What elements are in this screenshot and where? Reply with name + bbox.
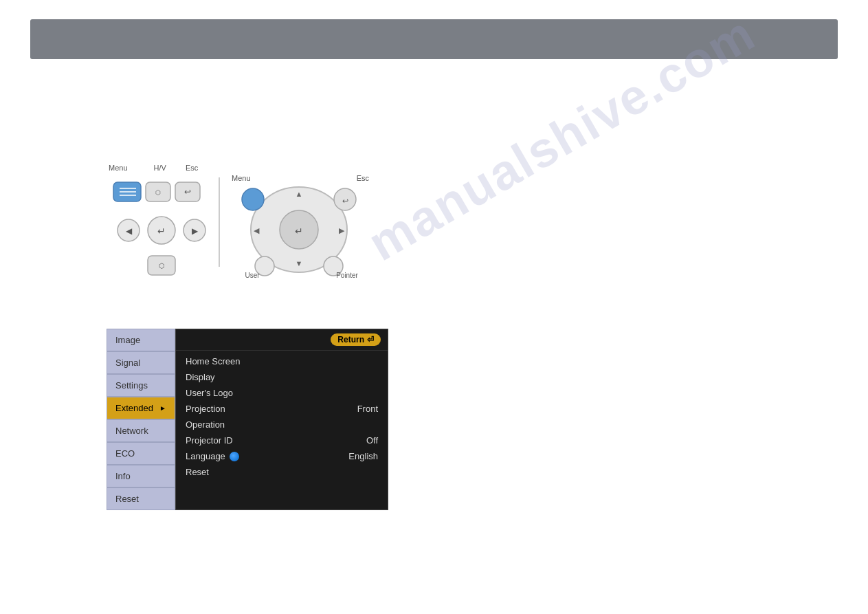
svg-text:↩: ↩ [184, 187, 191, 197]
reset-label: Reset [186, 467, 209, 477]
menu-panel-items: Home Screen Display User's Logo Projecti… [176, 351, 388, 483]
language-value: English [348, 451, 378, 461]
projection-label: Projection [186, 404, 225, 414]
menu-row-display[interactable]: Display [176, 369, 388, 385]
top-bar [30, 19, 838, 59]
svg-text:⬡: ⬡ [155, 189, 161, 196]
menu-row-operation[interactable]: Operation [176, 417, 388, 432]
sidebar-item-network[interactable]: Network [107, 419, 175, 442]
label-esc: Esc [186, 164, 198, 172]
svg-text:↵: ↵ [157, 226, 166, 237]
svg-text:◀: ◀ [126, 226, 133, 236]
projectorid-label: Projector ID [186, 435, 233, 446]
return-icon: ⏎ [367, 335, 374, 344]
language-label: Language [186, 451, 239, 461]
svg-text:Pointer: Pointer [336, 272, 358, 279]
projectorid-value: Off [366, 435, 378, 446]
menu-row-reset[interactable]: Reset [176, 464, 388, 480]
label-hv: H/V [154, 164, 166, 172]
menu-row-homescreen[interactable]: Home Screen [176, 353, 388, 369]
remote-simple: ⬡ ↩ ◀ ↵ ▶ ⬡ [107, 175, 213, 285]
svg-text:User: User [245, 272, 260, 279]
svg-text:↵: ↵ [295, 226, 303, 237]
sidebar-item-extended-label: Extended [115, 403, 153, 413]
operation-label: Operation [186, 419, 225, 430]
svg-text:▶: ▶ [192, 226, 199, 236]
remote-circular: ↵ ↩ ▲ ▼ ◀ ▶ User Pointer [227, 180, 371, 283]
menu-row-userslogo[interactable]: User's Logo [176, 385, 388, 401]
return-label: Return [337, 335, 364, 344]
menu-row-projection[interactable]: Projection Front [176, 401, 388, 417]
svg-text:▼: ▼ [296, 259, 303, 267]
sidebar-item-signal[interactable]: Signal [107, 351, 175, 374]
remote-divider [219, 177, 220, 267]
sidebar-item-extended[interactable]: Extended ► [107, 397, 175, 419]
sidebar-item-eco[interactable]: ECO [107, 442, 175, 465]
label-menu: Menu [109, 164, 128, 172]
sidebar-item-settings[interactable]: Settings [107, 374, 175, 397]
svg-text:▶: ▶ [339, 226, 345, 234]
display-label: Display [186, 372, 215, 382]
menu-panel-header: Return ⏎ [176, 329, 388, 351]
extended-arrow-icon: ► [159, 404, 166, 412]
menu-container: Image Signal Settings Extended ► Network… [107, 329, 388, 510]
svg-text:◀: ◀ [254, 226, 260, 234]
globe-icon [230, 452, 239, 461]
menu-row-projectorid[interactable]: Projector ID Off [176, 432, 388, 448]
userslogo-label: User's Logo [186, 388, 233, 398]
sidebar-item-reset[interactable]: Reset [107, 487, 175, 510]
svg-point-19 [242, 188, 264, 210]
sidebar-item-info[interactable]: Info [107, 465, 175, 487]
svg-text:↩: ↩ [342, 197, 348, 205]
sidebar-item-image[interactable]: Image [107, 329, 175, 351]
homescreen-label: Home Screen [186, 356, 240, 366]
menu-panel: Return ⏎ Home Screen Display User's Logo… [175, 329, 388, 510]
svg-text:⬡: ⬡ [159, 262, 165, 270]
svg-text:▲: ▲ [296, 190, 303, 198]
menu-sidebar: Image Signal Settings Extended ► Network… [107, 329, 175, 510]
return-badge[interactable]: Return ⏎ [331, 333, 381, 346]
projection-value: Front [357, 404, 378, 414]
menu-row-language[interactable]: Language English [176, 448, 388, 464]
